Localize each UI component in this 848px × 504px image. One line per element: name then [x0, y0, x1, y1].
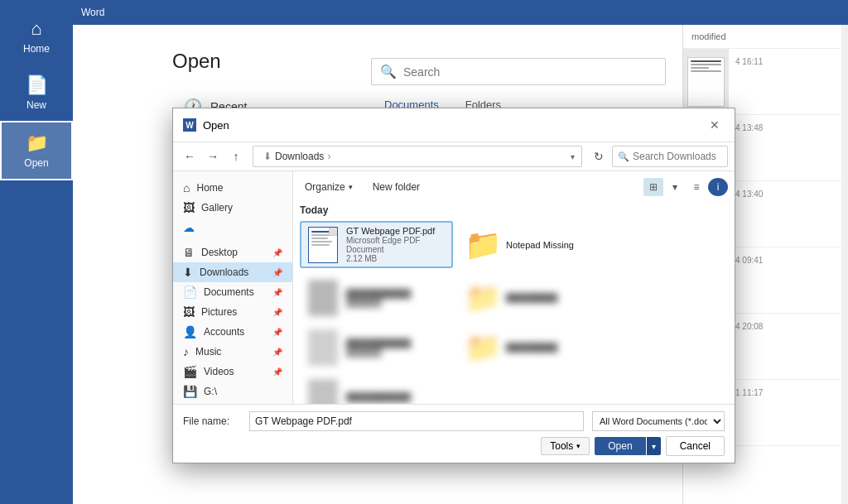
today-label: Today: [300, 204, 328, 216]
file-info-blurred-3: ██████████ ██████: [346, 338, 446, 358]
forward-button[interactable]: →: [203, 146, 223, 166]
file-name-blurred-3: ██████████: [346, 338, 446, 348]
search-downloads-input[interactable]: [633, 151, 722, 162]
dialog-title-text: Open: [203, 119, 229, 132]
filename-row: File name: All Word Documents (*.docx;*.…: [183, 411, 725, 431]
file-item-blurred-5[interactable]: ██████████: [300, 376, 453, 404]
breadcrumb-path: Downloads: [275, 151, 324, 162]
file-name-blurred-2: ████████: [506, 293, 606, 303]
files-toolbar: Organize ▾ New folder ⊞ ▾ ≡ i: [300, 178, 728, 201]
dialog-nav-music[interactable]: ♪ Music 📌: [173, 342, 292, 362]
refresh-button[interactable]: ↻: [589, 146, 609, 166]
organize-button[interactable]: Organize ▾: [300, 180, 358, 194]
sidebar-item-new[interactable]: 📄 New: [0, 65, 73, 121]
new-folder-button[interactable]: New folder: [366, 180, 426, 194]
blurred-files-row-1: ██████████ ██████ 📁 ████████: [300, 276, 728, 319]
dialog-nav-pictures[interactable]: 🖼 Pictures 📌: [173, 302, 292, 322]
dialog-title-area: W Open: [183, 118, 229, 132]
blurred-files-section: ██████████ ██████ 📁 ████████: [300, 276, 728, 404]
file-item-blurred-3[interactable]: ██████████ ██████: [300, 326, 453, 369]
dialog-nav-desktop[interactable]: 🖥 Desktop 📌: [173, 242, 292, 262]
dialog-sidebar: ⌂ Home 🖼 Gallery ☁ 🖥 Desktop 📌 ⬇: [173, 171, 293, 404]
thumbnail-info: 1 11:17: [729, 380, 848, 445]
thumbnail-info: 4 13:40: [729, 181, 848, 247]
dialog-nav-gdrive[interactable]: 💾 G:\: [173, 382, 292, 401]
doc-preview: [687, 57, 725, 107]
scrollbar-track[interactable]: [841, 25, 848, 504]
open-button-group: Open ▾: [595, 437, 660, 455]
file-info-blurred-5: ██████████: [346, 392, 446, 402]
breadcrumb-dropdown-icon[interactable]: ▾: [571, 152, 575, 161]
grid-view-button[interactable]: ⊞: [643, 178, 663, 196]
dialog-close-button[interactable]: ✕: [705, 115, 725, 135]
dialog-nav-onedrive[interactable]: ☁: [173, 218, 292, 238]
music-nav-icon: ♪: [183, 345, 189, 358]
dialog-nav-pictures-label: Pictures: [201, 306, 237, 318]
dialog-nav-gallery[interactable]: 🖼 Gallery: [173, 198, 292, 218]
file-thumb-blurred-1: [306, 281, 340, 314]
details-view-button[interactable]: ≡: [687, 178, 706, 196]
file-item-gt-webpage[interactable]: GT Webpage PDF.pdf Microsoft Edge PDF Do…: [300, 221, 453, 268]
breadcrumb[interactable]: ⬇ Downloads › ▾: [253, 146, 582, 167]
file-name-blurred-5: ██████████: [346, 392, 446, 402]
dialog-nav-toolbar: ← → ↑ ⬇ Downloads › ▾ ↻ 🔍: [173, 142, 735, 171]
dialog-nav-documents-label: Documents: [204, 286, 254, 298]
desktop-nav-icon: 🖥: [183, 246, 195, 259]
open-button[interactable]: Open: [595, 437, 645, 455]
pictures-nav-icon: 🖼: [183, 305, 195, 319]
file-item-notepad-missing[interactable]: 📁 Notepad Missing: [460, 221, 613, 268]
accounts-nav-icon: 👤: [183, 325, 197, 338]
search-downloads-box[interactable]: 🔍: [612, 146, 728, 167]
dialog-nav-videos-label: Videos: [204, 366, 234, 377]
open-icon: 📁: [26, 132, 48, 154]
app-title: Word: [81, 7, 104, 18]
filename-input[interactable]: [249, 411, 584, 431]
back-button[interactable]: ←: [180, 146, 200, 166]
thumbnail-info: 4 16:11: [729, 49, 848, 114]
cancel-button[interactable]: Cancel: [666, 436, 725, 456]
search-input[interactable]: [403, 65, 657, 79]
file-info-notepad-missing: Notepad Missing: [506, 240, 606, 250]
blurred-files-row-3: ██████████: [300, 376, 728, 404]
dialog-nav-music-label: Music: [195, 346, 221, 358]
buttons-row: Tools ▾ Open ▾ Cancel: [183, 436, 725, 456]
gallery-nav-icon: 🖼: [183, 201, 195, 214]
file-info-blurred-1: ██████████ ██████: [346, 289, 446, 308]
search-box[interactable]: 🔍: [371, 58, 666, 85]
view-buttons: ⊞ ▾ ≡ i: [643, 178, 728, 196]
dialog-nav-documents[interactable]: 📄 Documents 📌: [173, 282, 292, 302]
up-button[interactable]: ↑: [226, 146, 246, 166]
downloads-nav-icon: ⬇: [183, 266, 193, 279]
dialog-nav-videos[interactable]: 🎬 Videos 📌: [173, 362, 292, 382]
dialog-nav-accounts-label: Accounts: [204, 326, 244, 338]
thumbnail-info: 4 20:08: [729, 314, 848, 379]
sidebar-item-open-label: Open: [24, 157, 48, 169]
dialog-nav-home[interactable]: ⌂ Home: [173, 178, 292, 198]
dialog-nav-downloads-label: Downloads: [200, 266, 248, 278]
search-icon: 🔍: [380, 64, 397, 79]
file-thumb-blurred-5: [306, 381, 340, 404]
dropdown-view-button[interactable]: ▾: [665, 178, 685, 196]
open-dropdown-button[interactable]: ▾: [646, 437, 661, 455]
file-item-blurred-4[interactable]: 📁 ████████: [460, 326, 613, 369]
info-button[interactable]: i: [708, 178, 728, 196]
doc-line: [691, 64, 721, 65]
thumbnail-date: 4 09:41: [735, 256, 841, 265]
list-item[interactable]: 4 16:11: [683, 49, 848, 115]
file-item-blurred-1[interactable]: ██████████ ██████: [300, 276, 453, 319]
tools-button[interactable]: Tools ▾: [541, 437, 590, 455]
doc-line: [691, 70, 721, 72]
dialog-nav-accounts[interactable]: 👤 Accounts 📌: [173, 322, 292, 342]
files-grid: GT Webpage PDF.pdf Microsoft Edge PDF Do…: [300, 221, 728, 268]
thumbnail-date: 4 13:48: [735, 123, 841, 132]
file-open-dialog: W Open ✕ ← → ↑ ⬇ Downloads › ▾ ↻ 🔍: [172, 108, 735, 463]
filetype-select[interactable]: All Word Documents (*.docx;*...: [592, 411, 725, 431]
sidebar-item-home[interactable]: ⌂ Home: [0, 8, 73, 65]
file-thumb-blurred-2: 📁: [466, 281, 499, 314]
sidebar-item-open[interactable]: 📁 Open: [0, 121, 73, 180]
dialog-nav-gdrive-label: G:\: [204, 386, 217, 397]
dialog-body: ⌂ Home 🖼 Gallery ☁ 🖥 Desktop 📌 ⬇: [173, 171, 735, 404]
file-name-gt-webpage: GT Webpage PDF.pdf: [346, 226, 446, 236]
dialog-nav-downloads[interactable]: ⬇ Downloads 📌: [173, 262, 292, 282]
file-item-blurred-2[interactable]: 📁 ████████: [460, 276, 613, 319]
